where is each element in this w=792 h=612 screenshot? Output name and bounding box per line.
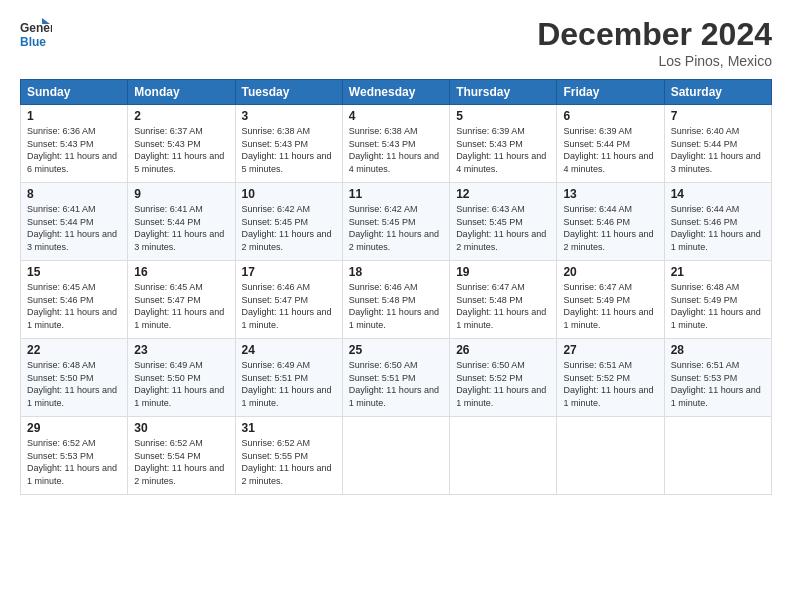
week-row-5: 29 Sunrise: 6:52 AM Sunset: 5:53 PM Dayl… xyxy=(21,417,772,495)
day-info: Sunrise: 6:38 AM Sunset: 5:43 PM Dayligh… xyxy=(349,125,443,175)
day-number: 16 xyxy=(134,265,228,279)
day-number: 30 xyxy=(134,421,228,435)
month-title: December 2024 xyxy=(537,16,772,53)
logo-svg: General Blue xyxy=(20,16,52,52)
day-info: Sunrise: 6:43 AM Sunset: 5:45 PM Dayligh… xyxy=(456,203,550,253)
day-number: 2 xyxy=(134,109,228,123)
day-number: 1 xyxy=(27,109,121,123)
day-cell: 27 Sunrise: 6:51 AM Sunset: 5:52 PM Dayl… xyxy=(557,339,664,417)
day-number: 14 xyxy=(671,187,765,201)
day-cell xyxy=(664,417,771,495)
day-info: Sunrise: 6:39 AM Sunset: 5:44 PM Dayligh… xyxy=(563,125,657,175)
day-number: 4 xyxy=(349,109,443,123)
day-cell: 14 Sunrise: 6:44 AM Sunset: 5:46 PM Dayl… xyxy=(664,183,771,261)
day-cell: 17 Sunrise: 6:46 AM Sunset: 5:47 PM Dayl… xyxy=(235,261,342,339)
day-number: 5 xyxy=(456,109,550,123)
day-info: Sunrise: 6:47 AM Sunset: 5:48 PM Dayligh… xyxy=(456,281,550,331)
day-cell: 16 Sunrise: 6:45 AM Sunset: 5:47 PM Dayl… xyxy=(128,261,235,339)
day-info: Sunrise: 6:50 AM Sunset: 5:52 PM Dayligh… xyxy=(456,359,550,409)
day-info: Sunrise: 6:50 AM Sunset: 5:51 PM Dayligh… xyxy=(349,359,443,409)
day-cell: 29 Sunrise: 6:52 AM Sunset: 5:53 PM Dayl… xyxy=(21,417,128,495)
day-info: Sunrise: 6:38 AM Sunset: 5:43 PM Dayligh… xyxy=(242,125,336,175)
day-cell xyxy=(450,417,557,495)
day-info: Sunrise: 6:48 AM Sunset: 5:50 PM Dayligh… xyxy=(27,359,121,409)
day-cell xyxy=(557,417,664,495)
day-info: Sunrise: 6:52 AM Sunset: 5:53 PM Dayligh… xyxy=(27,437,121,487)
day-info: Sunrise: 6:51 AM Sunset: 5:52 PM Dayligh… xyxy=(563,359,657,409)
day-info: Sunrise: 6:45 AM Sunset: 5:46 PM Dayligh… xyxy=(27,281,121,331)
day-cell: 15 Sunrise: 6:45 AM Sunset: 5:46 PM Dayl… xyxy=(21,261,128,339)
day-info: Sunrise: 6:51 AM Sunset: 5:53 PM Dayligh… xyxy=(671,359,765,409)
day-cell: 1 Sunrise: 6:36 AM Sunset: 5:43 PM Dayli… xyxy=(21,105,128,183)
day-info: Sunrise: 6:49 AM Sunset: 5:51 PM Dayligh… xyxy=(242,359,336,409)
day-info: Sunrise: 6:37 AM Sunset: 5:43 PM Dayligh… xyxy=(134,125,228,175)
day-number: 25 xyxy=(349,343,443,357)
day-number: 28 xyxy=(671,343,765,357)
day-info: Sunrise: 6:44 AM Sunset: 5:46 PM Dayligh… xyxy=(563,203,657,253)
day-info: Sunrise: 6:41 AM Sunset: 5:44 PM Dayligh… xyxy=(27,203,121,253)
day-number: 6 xyxy=(563,109,657,123)
header-saturday: Saturday xyxy=(664,80,771,105)
day-number: 21 xyxy=(671,265,765,279)
day-cell: 19 Sunrise: 6:47 AM Sunset: 5:48 PM Dayl… xyxy=(450,261,557,339)
day-cell xyxy=(342,417,449,495)
day-number: 10 xyxy=(242,187,336,201)
day-number: 27 xyxy=(563,343,657,357)
day-cell: 8 Sunrise: 6:41 AM Sunset: 5:44 PM Dayli… xyxy=(21,183,128,261)
day-number: 9 xyxy=(134,187,228,201)
day-cell: 21 Sunrise: 6:48 AM Sunset: 5:49 PM Dayl… xyxy=(664,261,771,339)
day-number: 17 xyxy=(242,265,336,279)
day-info: Sunrise: 6:52 AM Sunset: 5:54 PM Dayligh… xyxy=(134,437,228,487)
day-cell: 31 Sunrise: 6:52 AM Sunset: 5:55 PM Dayl… xyxy=(235,417,342,495)
day-number: 12 xyxy=(456,187,550,201)
day-cell: 12 Sunrise: 6:43 AM Sunset: 5:45 PM Dayl… xyxy=(450,183,557,261)
day-number: 11 xyxy=(349,187,443,201)
day-cell: 9 Sunrise: 6:41 AM Sunset: 5:44 PM Dayli… xyxy=(128,183,235,261)
header: General Blue December 2024 Los Pinos, Me… xyxy=(20,16,772,69)
day-number: 29 xyxy=(27,421,121,435)
week-row-1: 1 Sunrise: 6:36 AM Sunset: 5:43 PM Dayli… xyxy=(21,105,772,183)
day-cell: 5 Sunrise: 6:39 AM Sunset: 5:43 PM Dayli… xyxy=(450,105,557,183)
day-number: 3 xyxy=(242,109,336,123)
header-tuesday: Tuesday xyxy=(235,80,342,105)
day-number: 15 xyxy=(27,265,121,279)
day-cell: 20 Sunrise: 6:47 AM Sunset: 5:49 PM Dayl… xyxy=(557,261,664,339)
day-number: 31 xyxy=(242,421,336,435)
header-sunday: Sunday xyxy=(21,80,128,105)
day-info: Sunrise: 6:46 AM Sunset: 5:47 PM Dayligh… xyxy=(242,281,336,331)
day-number: 23 xyxy=(134,343,228,357)
page: General Blue December 2024 Los Pinos, Me… xyxy=(0,0,792,612)
calendar: SundayMondayTuesdayWednesdayThursdayFrid… xyxy=(20,79,772,495)
week-row-4: 22 Sunrise: 6:48 AM Sunset: 5:50 PM Dayl… xyxy=(21,339,772,417)
day-number: 24 xyxy=(242,343,336,357)
day-info: Sunrise: 6:52 AM Sunset: 5:55 PM Dayligh… xyxy=(242,437,336,487)
header-thursday: Thursday xyxy=(450,80,557,105)
day-info: Sunrise: 6:36 AM Sunset: 5:43 PM Dayligh… xyxy=(27,125,121,175)
day-number: 7 xyxy=(671,109,765,123)
day-cell: 11 Sunrise: 6:42 AM Sunset: 5:45 PM Dayl… xyxy=(342,183,449,261)
day-number: 26 xyxy=(456,343,550,357)
day-number: 8 xyxy=(27,187,121,201)
day-number: 13 xyxy=(563,187,657,201)
day-cell: 24 Sunrise: 6:49 AM Sunset: 5:51 PM Dayl… xyxy=(235,339,342,417)
logo: General Blue xyxy=(20,16,52,52)
day-info: Sunrise: 6:47 AM Sunset: 5:49 PM Dayligh… xyxy=(563,281,657,331)
day-cell: 26 Sunrise: 6:50 AM Sunset: 5:52 PM Dayl… xyxy=(450,339,557,417)
day-cell: 30 Sunrise: 6:52 AM Sunset: 5:54 PM Dayl… xyxy=(128,417,235,495)
day-cell: 3 Sunrise: 6:38 AM Sunset: 5:43 PM Dayli… xyxy=(235,105,342,183)
day-info: Sunrise: 6:48 AM Sunset: 5:49 PM Dayligh… xyxy=(671,281,765,331)
day-cell: 7 Sunrise: 6:40 AM Sunset: 5:44 PM Dayli… xyxy=(664,105,771,183)
day-cell: 18 Sunrise: 6:46 AM Sunset: 5:48 PM Dayl… xyxy=(342,261,449,339)
day-info: Sunrise: 6:46 AM Sunset: 5:48 PM Dayligh… xyxy=(349,281,443,331)
day-number: 20 xyxy=(563,265,657,279)
day-info: Sunrise: 6:41 AM Sunset: 5:44 PM Dayligh… xyxy=(134,203,228,253)
day-number: 19 xyxy=(456,265,550,279)
location: Los Pinos, Mexico xyxy=(537,53,772,69)
day-cell: 4 Sunrise: 6:38 AM Sunset: 5:43 PM Dayli… xyxy=(342,105,449,183)
day-info: Sunrise: 6:49 AM Sunset: 5:50 PM Dayligh… xyxy=(134,359,228,409)
day-cell: 23 Sunrise: 6:49 AM Sunset: 5:50 PM Dayl… xyxy=(128,339,235,417)
day-info: Sunrise: 6:45 AM Sunset: 5:47 PM Dayligh… xyxy=(134,281,228,331)
day-number: 18 xyxy=(349,265,443,279)
day-cell: 28 Sunrise: 6:51 AM Sunset: 5:53 PM Dayl… xyxy=(664,339,771,417)
header-friday: Friday xyxy=(557,80,664,105)
